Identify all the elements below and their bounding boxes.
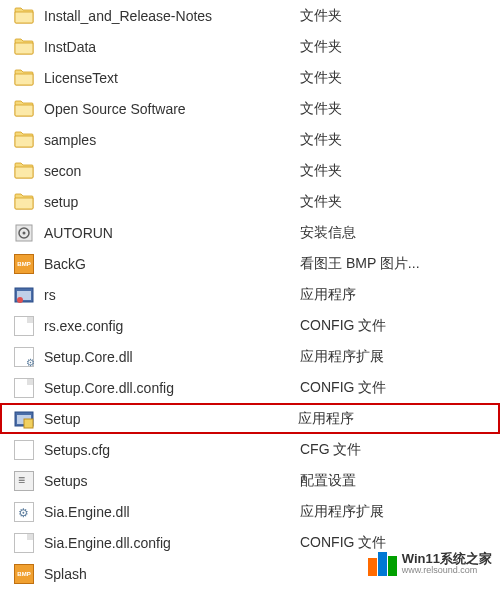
file-name: setup xyxy=(44,194,300,210)
watermark: Win11系统之家 www.relsound.com xyxy=(368,552,492,576)
config-file-icon xyxy=(14,378,34,398)
file-type: 应用程序扩展 xyxy=(300,503,384,521)
file-name: rs xyxy=(44,287,300,303)
file-row[interactable]: rs应用程序 xyxy=(0,279,500,310)
file-name: AUTORUN xyxy=(44,225,300,241)
file-name: Setups.cfg xyxy=(44,442,300,458)
file-name: rs.exe.config xyxy=(44,318,300,334)
file-row[interactable]: Install_and_Release-Notes文件夹 xyxy=(0,0,500,31)
file-list: Install_and_Release-Notes文件夹InstData文件夹L… xyxy=(0,0,500,589)
config-file-icon xyxy=(14,533,34,553)
file-type: 应用程序 xyxy=(300,286,356,304)
file-name: LicenseText xyxy=(44,70,300,86)
file-row[interactable]: InstData文件夹 xyxy=(0,31,500,62)
file-row[interactable]: samples文件夹 xyxy=(0,124,500,155)
folder-icon xyxy=(14,130,34,150)
application-icon xyxy=(14,285,34,305)
file-row[interactable]: Setup应用程序 xyxy=(0,403,500,434)
file-name: Sia.Engine.dll xyxy=(44,504,300,520)
file-row[interactable]: Setup.Core.dll应用程序扩展 xyxy=(0,341,500,372)
file-name: Open Source Software xyxy=(44,101,300,117)
folder-icon xyxy=(14,161,34,181)
watermark-logo-icon xyxy=(368,552,397,576)
file-row[interactable]: setup文件夹 xyxy=(0,186,500,217)
svg-rect-8 xyxy=(24,419,33,428)
file-row[interactable]: Setups.cfgCFG 文件 xyxy=(0,434,500,465)
svg-point-5 xyxy=(17,297,23,303)
svg-point-2 xyxy=(23,231,26,234)
folder-icon xyxy=(14,6,34,26)
file-type: 安装信息 xyxy=(300,224,356,242)
file-name: Splash xyxy=(44,566,300,582)
file-type: 应用程序扩展 xyxy=(300,348,384,366)
folder-icon xyxy=(14,37,34,57)
watermark-title: Win11系统之家 xyxy=(402,552,492,566)
autorun-icon xyxy=(14,223,34,243)
file-row[interactable]: Setup.Core.dll.configCONFIG 文件 xyxy=(0,372,500,403)
dll-file-icon xyxy=(14,347,34,367)
file-row[interactable]: rs.exe.configCONFIG 文件 xyxy=(0,310,500,341)
file-name: InstData xyxy=(44,39,300,55)
file-row[interactable]: Sia.Engine.dll应用程序扩展 xyxy=(0,496,500,527)
file-name: secon xyxy=(44,163,300,179)
file-type: CONFIG 文件 xyxy=(300,379,386,397)
file-type: 文件夹 xyxy=(300,162,342,180)
file-name: samples xyxy=(44,132,300,148)
bmp-icon xyxy=(14,254,34,274)
file-name: Setup.Core.dll.config xyxy=(44,380,300,396)
file-name: BackG xyxy=(44,256,300,272)
file-name: Setup.Core.dll xyxy=(44,349,300,365)
file-name: Install_and_Release-Notes xyxy=(44,8,300,24)
config-file-icon xyxy=(14,316,34,336)
file-row[interactable]: Setups配置设置 xyxy=(0,465,500,496)
file-name: Setup xyxy=(44,411,298,427)
watermark-url: www.relsound.com xyxy=(402,566,492,576)
folder-icon xyxy=(14,99,34,119)
file-type: 应用程序 xyxy=(298,410,354,428)
file-type: CONFIG 文件 xyxy=(300,317,386,335)
file-type: 配置设置 xyxy=(300,472,356,490)
file-type: 文件夹 xyxy=(300,131,342,149)
file-name: Setups xyxy=(44,473,300,489)
file-type: 看图王 BMP 图片... xyxy=(300,255,420,273)
file-type: 文件夹 xyxy=(300,7,342,25)
engine-dll-icon xyxy=(14,502,34,522)
file-row[interactable]: AUTORUN安装信息 xyxy=(0,217,500,248)
file-row[interactable]: Open Source Software文件夹 xyxy=(0,93,500,124)
file-type: CFG 文件 xyxy=(300,441,361,459)
file-row[interactable]: LicenseText文件夹 xyxy=(0,62,500,93)
file-type: CONFIG 文件 xyxy=(300,534,386,552)
cfg-file-icon xyxy=(14,440,34,460)
file-name: Sia.Engine.dll.config xyxy=(44,535,300,551)
file-type: 文件夹 xyxy=(300,38,342,56)
file-row[interactable]: BackG看图王 BMP 图片... xyxy=(0,248,500,279)
folder-icon xyxy=(14,192,34,212)
bmp-icon xyxy=(14,564,34,584)
file-row[interactable]: secon文件夹 xyxy=(0,155,500,186)
file-type: 文件夹 xyxy=(300,193,342,211)
settings-file-icon xyxy=(14,471,34,491)
file-type: 文件夹 xyxy=(300,69,342,87)
setup-application-icon xyxy=(14,409,34,429)
folder-icon xyxy=(14,68,34,88)
file-type: 文件夹 xyxy=(300,100,342,118)
